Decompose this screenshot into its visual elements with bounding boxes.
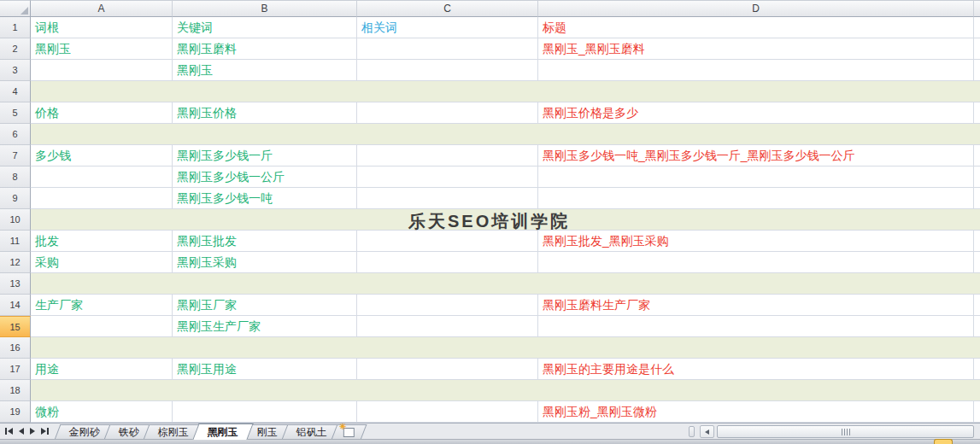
row-header-18[interactable]: 18: [0, 380, 31, 401]
next-sheet-icon[interactable]: [30, 428, 35, 435]
cell-D18[interactable]: [538, 380, 974, 401]
cell-D3[interactable]: [538, 60, 974, 81]
column-header-B[interactable]: B: [173, 0, 357, 17]
cell-B14[interactable]: 黑刚玉厂家: [173, 295, 357, 316]
cell-D2[interactable]: 黑刚玉_黑刚玉磨料: [538, 38, 974, 60]
cell-A6[interactable]: [31, 124, 173, 145]
insert-worksheet-tab[interactable]: ✳: [332, 424, 367, 440]
row-header-12[interactable]: 12: [0, 252, 31, 273]
cell-B17[interactable]: 黑刚玉用途: [173, 359, 357, 380]
hscroll-thumb[interactable]: [717, 425, 974, 438]
cell-B3[interactable]: 黑刚玉: [173, 60, 357, 81]
row-header-4[interactable]: 4: [0, 81, 31, 102]
row-header-2[interactable]: 2: [0, 38, 31, 60]
cell-A15[interactable]: [31, 316, 173, 337]
cell-B2[interactable]: 黑刚玉磨料: [173, 38, 357, 60]
cell-D1[interactable]: 标题: [538, 17, 974, 38]
row-header-1[interactable]: 1: [0, 17, 31, 38]
cell-A8[interactable]: [31, 166, 173, 188]
cell-C2[interactable]: [357, 38, 538, 60]
row-header-16[interactable]: 16: [0, 337, 31, 359]
cell-B5[interactable]: 黑刚玉价格: [173, 102, 357, 124]
cell-B10[interactable]: [173, 209, 357, 231]
cell-C8[interactable]: [357, 166, 538, 188]
cell-D9[interactable]: [538, 188, 974, 209]
cell-D13[interactable]: [538, 273, 974, 295]
cell-B9[interactable]: 黑刚玉多少钱一吨: [173, 188, 357, 209]
cell-C1[interactable]: 相关词: [357, 17, 538, 38]
cell-A11[interactable]: 批发: [31, 231, 173, 252]
column-header-D[interactable]: D: [538, 0, 974, 17]
cell-A18[interactable]: [31, 380, 173, 401]
cell-D4[interactable]: [538, 81, 974, 102]
cell-B13[interactable]: [173, 273, 357, 295]
cell-D19[interactable]: 黑刚玉粉_黑刚玉微粉: [538, 401, 974, 423]
cell-C7[interactable]: [357, 145, 538, 166]
cell-B11[interactable]: 黑刚玉批发: [173, 231, 357, 252]
cell-D7[interactable]: 黑刚玉多少钱一吨_黑刚玉多少钱一斤_黑刚玉多少钱一公斤: [538, 145, 974, 166]
column-header-A[interactable]: A: [31, 0, 173, 17]
cell-A16[interactable]: [31, 337, 173, 359]
cell-D17[interactable]: 黑刚玉的主要用途是什么: [538, 359, 974, 380]
cell-A3[interactable]: [31, 60, 173, 81]
cell-D8[interactable]: [538, 166, 974, 188]
cell-A1[interactable]: 词根: [31, 17, 173, 38]
cell-B19[interactable]: [173, 401, 357, 423]
cell-C17[interactable]: [357, 359, 538, 380]
row-header-8[interactable]: 8: [0, 166, 31, 188]
prev-sheet-icon[interactable]: [19, 428, 24, 435]
cell-A14[interactable]: 生产厂家: [31, 295, 173, 316]
row-header-15[interactable]: 15: [0, 316, 31, 337]
cell-C19[interactable]: [357, 401, 538, 423]
select-all-corner[interactable]: [0, 0, 31, 17]
cell-A9[interactable]: [31, 188, 173, 209]
cell-C11[interactable]: [357, 231, 538, 252]
row-header-10[interactable]: 10: [0, 209, 31, 231]
cell-C6[interactable]: [357, 124, 538, 145]
cell-C5[interactable]: [357, 102, 538, 124]
last-sheet-icon[interactable]: [41, 428, 49, 435]
cell-A10[interactable]: [31, 209, 173, 231]
cell-A12[interactable]: 采购: [31, 252, 173, 273]
cell-D16[interactable]: [538, 337, 974, 359]
row-header-19[interactable]: 19: [0, 401, 31, 423]
status-amber-button[interactable]: [934, 439, 953, 444]
cell-A7[interactable]: 多少钱: [31, 145, 173, 166]
cell-B4[interactable]: [173, 81, 357, 102]
cell-C18[interactable]: [357, 380, 538, 401]
cell-A13[interactable]: [31, 273, 173, 295]
row-header-7[interactable]: 7: [0, 145, 31, 166]
cell-A2[interactable]: 黑刚玉: [31, 38, 173, 60]
row-header-17[interactable]: 17: [0, 359, 31, 380]
cell-B1[interactable]: 关键词: [173, 17, 357, 38]
cell-B18[interactable]: [173, 380, 357, 401]
cell-C14[interactable]: [357, 295, 538, 316]
cell-C4[interactable]: [357, 81, 538, 102]
row-header-11[interactable]: 11: [0, 231, 31, 252]
tab-scrollbar-splitter[interactable]: [689, 426, 695, 437]
cell-B6[interactable]: [173, 124, 357, 145]
cell-D6[interactable]: [538, 124, 974, 145]
row-header-14[interactable]: 14: [0, 295, 31, 316]
cell-B12[interactable]: 黑刚玉采购: [173, 252, 357, 273]
cell-D15[interactable]: [538, 316, 974, 337]
cell-B8[interactable]: 黑刚玉多少钱一公斤: [173, 166, 357, 188]
cell-D10[interactable]: [538, 209, 974, 231]
cell-C15[interactable]: [357, 316, 538, 337]
cell-D11[interactable]: 黑刚玉批发_黑刚玉采购: [538, 231, 974, 252]
cell-C9[interactable]: [357, 188, 538, 209]
cell-D5[interactable]: 黑刚玉价格是多少: [538, 102, 974, 124]
first-sheet-icon[interactable]: [5, 428, 13, 435]
cell-D12[interactable]: [538, 252, 974, 273]
cell-A17[interactable]: 用途: [31, 359, 173, 380]
hscroll-left-arrow[interactable]: [700, 425, 714, 438]
row-header-5[interactable]: 5: [0, 102, 31, 124]
cell-C13[interactable]: [357, 273, 538, 295]
cell-B15[interactable]: 黑刚玉生产厂家: [173, 316, 357, 337]
cell-A19[interactable]: 微粉: [31, 401, 173, 423]
row-header-6[interactable]: 6: [0, 124, 31, 145]
row-header-13[interactable]: 13: [0, 273, 31, 295]
cell-A4[interactable]: [31, 81, 173, 102]
cell-C12[interactable]: [357, 252, 538, 273]
cell-C3[interactable]: [357, 60, 538, 81]
